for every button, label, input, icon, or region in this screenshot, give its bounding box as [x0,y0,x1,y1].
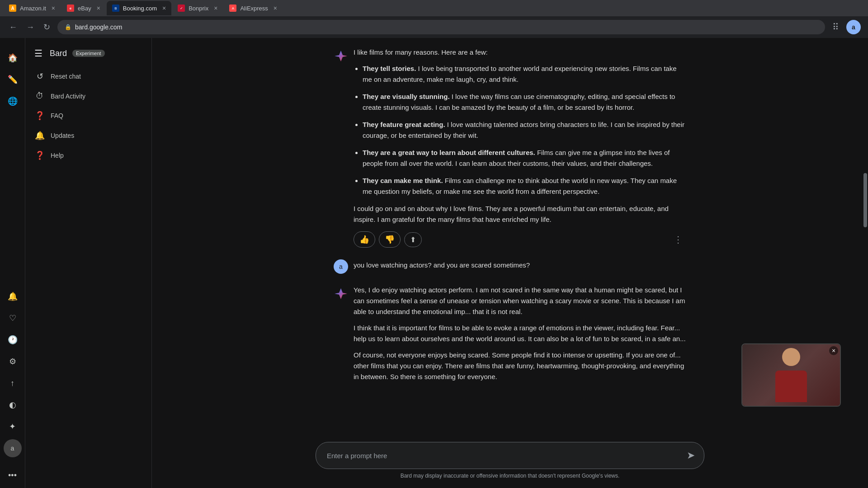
bullet-3: They feature great acting. I love watchi… [363,119,686,141]
bullet-2: They are visually stunning. I love the w… [363,91,686,113]
url-text: bard.google.com [75,23,122,31]
tab-bar: A Amazon.it × e eBay × B Booking.com × ✓… [0,0,868,16]
thumbs-down-button[interactable]: 👎 [379,231,401,248]
bard-avatar-1 [334,49,348,63]
help-label: Help [51,152,64,159]
send-feedback-icon-btn[interactable]: ↑ [4,374,22,392]
scrollbar-thumb[interactable] [863,173,867,227]
sidebar-item-updates[interactable]: 🔔 Updates [29,126,148,145]
home-icon-btn[interactable]: 🏠 [4,49,22,67]
bard-activity-icon: ⏱ [34,91,45,101]
tab-booking-close[interactable]: × [162,5,166,12]
history-icon-btn[interactable]: 🕐 [4,331,22,349]
tab-booking[interactable]: B Booking.com × [107,1,171,15]
bard-message-2-p2: I think that it is important for films t… [354,323,686,344]
tab-bonprix-close[interactable]: × [214,5,217,12]
account-button[interactable]: a [846,20,861,34]
video-person: × [742,344,840,406]
bard-message-1: I like films for many reasons. Here are … [334,47,686,249]
bard-message-1-closing: I could go on and on about why I love fi… [354,203,686,225]
address-bar: ← → ↻ 🔒 bard.google.com ⠿ a [0,16,868,38]
more-button[interactable]: ⋮ [670,230,686,249]
notifications-icon-btn[interactable]: 🔔 [4,287,22,305]
input-box[interactable]: ➤ [316,442,704,469]
hamburger-button[interactable]: ☰ [33,46,44,61]
tab-amazon-close[interactable]: × [52,5,55,12]
user-message-1: a you love watching actors? and you are … [334,259,686,274]
scrollbar-track[interactable] [863,38,868,488]
bard-activity-label: Bard Activity [51,93,85,100]
reset-chat-icon: ↺ [34,71,45,81]
explore-icon-btn[interactable]: 🌐 [4,92,22,110]
help-icon: ❓ [34,150,45,160]
user-avatar-1: a [334,259,348,274]
person-head [782,348,800,366]
input-wrapper: ➤ Bard may display inaccurate or offensi… [316,442,704,484]
more-icon-btn[interactable]: ••• [4,466,22,484]
back-button[interactable]: ← [7,21,19,34]
left-icon-strip: 🏠 ✏️ 🌐 🔔 ♡ 🕐 ⚙ ↑ ◐ ✦ a ••• [0,38,25,488]
favorites-icon-btn[interactable]: ♡ [4,309,22,327]
url-box[interactable]: 🔒 bard.google.com [57,20,825,34]
person-figure [773,348,809,402]
app-layout: 🏠 ✏️ 🌐 🔔 ♡ 🕐 ⚙ ↑ ◐ ✦ a ••• ☰ Bard Experi… [0,38,868,488]
amazon-favicon: A [9,5,16,12]
prompt-input[interactable] [327,452,679,460]
input-area: ➤ Bard may display inaccurate or offensi… [152,435,868,488]
faq-label: FAQ [51,112,63,119]
bard-avatar-2 [334,286,348,301]
reload-button[interactable]: ↻ [42,20,52,34]
bullet-5: They can make me think. Films can challe… [363,175,686,197]
tab-amazon[interactable]: A Amazon.it × [4,1,61,15]
person-body [775,371,807,402]
sidebar-header: ☰ Bard Experiment [25,42,151,65]
video-overlay: × [741,343,841,407]
tab-booking-label: Booking.com [123,5,157,12]
sidebar-item-help[interactable]: ❓ Help [29,146,148,165]
updates-icon: 🔔 [34,131,45,141]
bard-message-1-bullets: They tell stories. I love being transpor… [363,63,686,197]
sidebar-nav: ↺ Reset chat ⏱ Bard Activity ❓ FAQ 🔔 Upd… [25,67,151,165]
settings-icon-btn[interactable]: ⚙ [4,352,22,371]
bard-message-2-content: Yes, I do enjoy watching actors perform.… [354,285,686,388]
tab-ali-close[interactable]: × [274,5,277,12]
user-icon-btn[interactable]: a [4,439,22,457]
bard-logo: Bard [50,49,67,58]
tab-amazon-label: Amazon.it [20,5,46,12]
action-bar-1: 👍 👎 ⬆ ⋮ [354,230,686,249]
updates-label: Updates [51,132,74,139]
experiment-badge: Experiment [72,50,105,57]
bard-message-1-content: I like films for many reasons. Here are … [354,47,686,249]
tab-bonprix[interactable]: ✓ Bonprix × [172,1,223,15]
tab-aliexpress[interactable]: A AliExpress × [224,1,283,15]
sidebar-item-faq[interactable]: ❓ FAQ [29,106,148,125]
ebay-favicon: e [67,5,74,12]
dark-mode-icon-btn[interactable]: ◐ [4,396,22,414]
bard-message-2: Yes, I do enjoy watching actors perform.… [334,285,686,388]
sidebar-item-bard-activity[interactable]: ⏱ Bard Activity [29,87,148,105]
browser-chrome: A Amazon.it × e eBay × B Booking.com × ✓… [0,0,868,38]
bard-message-2-p3: Of course, not everyone enjoys being sca… [354,350,686,382]
thumbs-up-button[interactable]: 👍 [354,231,375,248]
bonprix-favicon: ✓ [178,5,185,12]
tab-ebay-close[interactable]: × [97,5,100,12]
bullet-1: They tell stories. I love being transpor… [363,63,686,85]
send-button[interactable]: ➤ [685,448,697,463]
export-button[interactable]: ⬆ [404,232,422,247]
user-message-1-text: you love watching actors? and you are sc… [354,259,530,274]
main-area: I like films for many reasons. Here are … [152,38,868,488]
sidebar-item-reset-chat[interactable]: ↺ Reset chat [29,67,148,86]
google-apps-button[interactable]: ⠿ [830,20,841,34]
bullet-4: They are a great way to learn about diff… [363,147,686,169]
tab-bonprix-label: Bonprix [189,5,208,12]
reset-chat-label: Reset chat [51,73,81,80]
forward-button[interactable]: → [24,21,36,34]
ali-favicon: A [229,5,236,12]
video-close-button[interactable]: × [829,346,838,355]
sparkle-icon-btn[interactable]: ✦ [4,418,22,436]
lock-icon: 🔒 [65,24,71,30]
sidebar: ☰ Bard Experiment ↺ Reset chat ⏱ Bard Ac… [25,38,152,488]
tab-ebay[interactable]: e eBay × [61,1,106,15]
tab-ebay-label: eBay [78,5,91,12]
new-chat-icon-btn[interactable]: ✏️ [4,70,22,89]
